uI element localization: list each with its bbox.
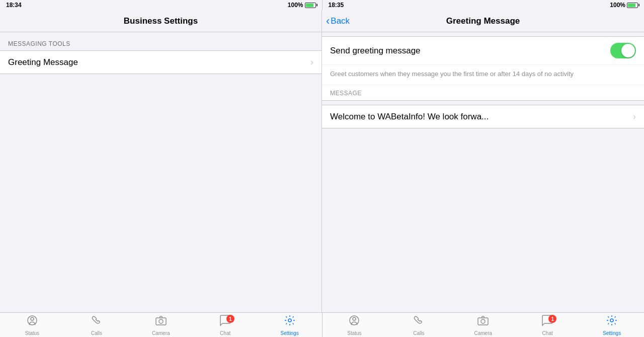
message-label-row: MESSAGE [322,85,644,100]
right-battery-pct: 100% [610,2,625,9]
description-row: Greet customers when they message you th… [322,64,644,85]
left-calls-label: Calls [91,330,102,336]
greeting-message-label: Greeting Message [8,57,78,68]
greeting-message-chevron: › [310,57,313,68]
right-panel: ‹ Back Greeting Message Send greeting me… [322,10,644,312]
right-settings-label: Settings [603,330,621,336]
greeting-toggle-group: Send greeting message Greet customers wh… [322,36,644,101]
chat-badge: 1 [226,315,234,323]
right-settings-icon [606,314,618,329]
right-calls-label: Calls [413,330,424,336]
svg-point-8 [481,319,485,323]
description-text: Greet customers when they message you th… [330,70,574,78]
back-button[interactable]: ‹ Back [326,16,350,27]
right-time: 18:35 [329,2,344,9]
section-header: MESSAGING TOOLS [0,32,321,50]
calls-icon [91,314,103,329]
message-preview-row[interactable]: Welcome to WABetaInfo! We look forwa... … [322,105,644,128]
left-nav-bar: Business Settings [0,10,321,32]
left-tab-status[interactable]: Status [0,313,64,337]
right-tab-bar: Status Calls Camera 1 [323,313,645,337]
left-status-label: Status [25,330,39,336]
right-nav-bar: ‹ Back Greeting Message [322,10,644,32]
left-camera-label: Camera [152,330,170,336]
left-battery: 100% [288,2,316,9]
right-chat-label: Chat [542,330,553,336]
back-label: Back [331,16,350,26]
right-panel-title: Greeting Message [446,16,520,26]
right-tab-camera[interactable]: Camera [451,313,515,337]
settings-icon [284,314,296,329]
svg-point-3 [159,319,163,323]
svg-rect-7 [478,318,488,325]
tab-bar: Status Calls Camera 1 [0,312,644,337]
left-tab-settings[interactable]: Settings [258,313,322,337]
greeting-toggle[interactable] [610,43,636,58]
left-status-bar: 18:34 100% [0,0,322,10]
left-tab-camera[interactable]: Camera [129,313,193,337]
svg-point-6 [353,317,356,320]
left-panel-title: Business Settings [124,16,198,26]
right-status-bar: 18:35 100% [323,0,645,10]
svg-point-4 [288,319,291,322]
left-settings-label: Settings [281,330,299,336]
svg-rect-2 [156,318,166,325]
greeting-message-item[interactable]: Greeting Message › [0,50,321,74]
right-content: Send greeting message Greet customers wh… [322,32,644,312]
svg-point-9 [610,319,613,322]
left-panel: Business Settings MESSAGING TOOLS Greeti… [0,10,322,312]
right-tab-calls[interactable]: Calls [386,313,451,337]
right-status-icon [348,314,360,329]
status-icon [26,314,38,329]
content-area: Business Settings MESSAGING TOOLS Greeti… [0,10,644,312]
right-camera-label: Camera [474,330,492,336]
right-tab-chat[interactable]: 1 Chat [515,313,580,337]
right-calls-icon [413,314,425,329]
right-tab-status[interactable]: Status [323,313,387,337]
messaging-tools-section: MESSAGING TOOLS Greeting Message › [0,32,321,74]
right-battery-icon [627,3,638,8]
left-main-area [0,74,321,312]
left-tab-chat[interactable]: 1 Chat [193,313,258,337]
left-tab-bar: Status Calls Camera 1 [0,313,322,337]
right-status-label: Status [347,330,361,336]
send-greeting-row: Send greeting message [322,37,644,64]
right-chat-badge: 1 [548,315,556,323]
message-preview-text: Welcome to WABetaInfo! We look forwa... [330,112,629,122]
right-camera-icon [477,314,489,329]
message-section-label: MESSAGE [330,90,362,97]
left-tab-calls[interactable]: Calls [64,313,129,337]
right-tab-settings[interactable]: Settings [580,313,644,337]
left-chat-label: Chat [220,330,230,336]
message-chevron: › [633,111,636,122]
back-chevron-icon: ‹ [326,16,330,27]
left-time: 18:34 [6,2,22,9]
left-battery-icon [305,3,316,8]
svg-point-1 [31,317,34,320]
toggle-label: Send greeting message [330,46,421,56]
right-battery: 100% [610,2,638,9]
camera-icon [155,314,167,329]
toggle-knob [621,44,635,57]
status-bar: 18:34 100% 18:35 100% [0,0,644,10]
left-battery-pct: 100% [288,2,303,9]
